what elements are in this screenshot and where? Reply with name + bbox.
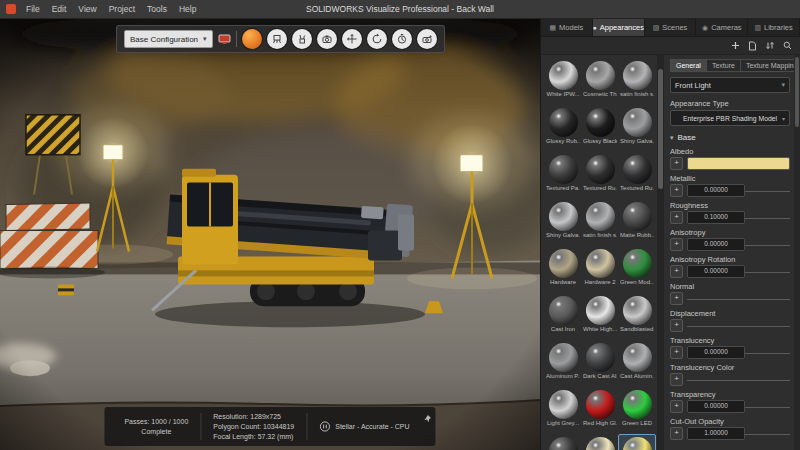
property-value[interactable]: 0.00000: [687, 238, 745, 251]
camera-icon[interactable]: [317, 29, 337, 49]
turntable-icon[interactable]: [367, 29, 387, 49]
property-value[interactable]: 0.00000: [687, 184, 745, 197]
material-item[interactable]: Glossy Rub...: [544, 105, 582, 152]
search-icon[interactable]: [783, 41, 792, 50]
add-texture-button[interactable]: +: [670, 400, 683, 413]
pause-icon[interactable]: [319, 421, 330, 433]
pin-icon[interactable]: [424, 409, 433, 427]
material-item[interactable]: Sandblasted...: [618, 293, 656, 340]
tab-texture-mapping[interactable]: Texture Mapping: [741, 59, 800, 72]
material-item[interactable]: satin finish s...: [618, 58, 656, 105]
menu-view[interactable]: View: [72, 2, 102, 16]
property-slider[interactable]: [687, 374, 790, 386]
add-texture-button[interactable]: +: [670, 265, 683, 278]
display-config-icon[interactable]: [218, 34, 231, 45]
property-slider[interactable]: 0.00000: [687, 347, 790, 359]
render-scene[interactable]: [0, 19, 540, 450]
property-value[interactable]: 0.00000: [687, 400, 745, 413]
tab-appearances[interactable]: ● Appearances: [593, 19, 645, 36]
property-slider[interactable]: 0.00000: [687, 239, 790, 251]
material-item[interactable]: Cosmetic Th...: [581, 58, 619, 105]
material-item[interactable]: White High...: [581, 293, 619, 340]
material-item[interactable]: Cast Alumin...: [618, 340, 656, 387]
properties-scrollbar[interactable]: [794, 55, 800, 450]
material-item[interactable]: Cast Iron: [544, 293, 582, 340]
property-value[interactable]: 0.10000: [687, 211, 745, 224]
property-slider[interactable]: 1.00000: [687, 428, 790, 440]
tab-cameras[interactable]: ◉ Cameras: [696, 19, 748, 36]
material-item[interactable]: Textured Pa...: [544, 152, 582, 199]
materials-scrollbar[interactable]: [657, 55, 664, 450]
property-slider[interactable]: 0.00000: [687, 266, 790, 278]
material-item[interactable]: Dark Cast Al...: [581, 340, 619, 387]
material-item[interactable]: Front Light: [618, 434, 656, 450]
property-tabs: General Texture Texture Mapping: [670, 59, 790, 72]
easel-icon[interactable]: [267, 29, 287, 49]
material-item[interactable]: Aluminum P...: [544, 340, 582, 387]
tab-scenes[interactable]: ▨ Scenes: [645, 19, 697, 36]
material-item[interactable]: Green Mod...: [618, 246, 656, 293]
add-texture-button[interactable]: +: [670, 292, 683, 305]
add-appearance-icon[interactable]: [731, 41, 740, 50]
material-item[interactable]: Matte Rubb...: [618, 199, 656, 246]
material-item[interactable]: Hardware: [544, 246, 582, 293]
property-slider[interactable]: 0.00000: [687, 185, 790, 197]
tab-texture[interactable]: Texture: [707, 59, 741, 72]
snapshot-icon[interactable]: [417, 29, 437, 49]
add-texture-button[interactable]: +: [670, 184, 683, 197]
property-slider[interactable]: [687, 293, 790, 305]
render-icon[interactable]: [242, 29, 262, 49]
sort-icon[interactable]: [765, 41, 775, 50]
material-item[interactable]: White IPW...: [544, 58, 582, 105]
material-item[interactable]: Textured Ru...: [618, 152, 656, 199]
menu-tools[interactable]: Tools: [141, 2, 173, 16]
appearance-type-dropdown[interactable]: Enterprise PBR Shading Model ▾: [670, 110, 790, 126]
menu-edit[interactable]: Edit: [46, 2, 73, 16]
material-item[interactable]: satin finish s...: [581, 199, 619, 246]
scrollbar-thumb[interactable]: [795, 57, 799, 127]
add-texture-button[interactable]: +: [670, 238, 683, 251]
material-item[interactable]: Shiny Galva...: [618, 105, 656, 152]
material-item[interactable]: Hardware 2: [581, 246, 619, 293]
property-value[interactable]: 0.00000: [687, 346, 745, 359]
material-item[interactable]: Green LED: [618, 387, 656, 434]
import-icon[interactable]: [748, 41, 757, 51]
appearance-name-dropdown[interactable]: Front Light ▾: [670, 77, 790, 93]
move-axis-icon[interactable]: [342, 29, 362, 49]
material-item[interactable]: Rear Light: [581, 434, 619, 450]
timer-icon[interactable]: [392, 29, 412, 49]
add-texture-button[interactable]: +: [670, 427, 683, 440]
material-item[interactable]: Glossy Black...: [581, 105, 619, 152]
material-sphere: [623, 249, 652, 278]
material-item[interactable]: Light Grey...: [544, 387, 582, 434]
add-texture-button[interactable]: +: [670, 373, 683, 386]
render-viewport[interactable]: Base Configuration ▾: [0, 19, 540, 450]
menu-help[interactable]: Help: [173, 2, 202, 16]
chevron-down-icon: ▾: [203, 35, 207, 43]
add-texture-button[interactable]: +: [670, 211, 683, 224]
tab-general[interactable]: General: [670, 59, 707, 72]
property-field: Roughness + 0.10000: [670, 201, 790, 224]
property-slider[interactable]: 0.00000: [687, 401, 790, 413]
color-swatch[interactable]: [687, 157, 790, 170]
tab-models[interactable]: ▦ Models: [541, 19, 593, 36]
scrollbar-thumb[interactable]: [658, 69, 663, 189]
material-item[interactable]: Drill Track C...: [544, 434, 582, 450]
base-section-header[interactable]: ▾ Base: [670, 133, 790, 142]
tab-libraries[interactable]: ▥ Libraries: [748, 19, 800, 36]
property-value[interactable]: 1.00000: [687, 427, 745, 440]
configuration-dropdown[interactable]: Base Configuration ▾: [124, 30, 213, 48]
add-texture-button[interactable]: +: [670, 157, 683, 170]
menu-file[interactable]: File: [20, 2, 46, 16]
property-field: Translucency + 0.00000: [670, 336, 790, 359]
menu-project[interactable]: Project: [103, 2, 141, 16]
property-value[interactable]: 0.00000: [687, 265, 745, 278]
material-item[interactable]: Red High Gl...: [581, 387, 619, 434]
material-item[interactable]: Shiny Galva...: [544, 199, 582, 246]
paint-tools-icon[interactable]: [292, 29, 312, 49]
add-texture-button[interactable]: +: [670, 346, 683, 359]
add-texture-button[interactable]: +: [670, 319, 683, 332]
property-slider[interactable]: [687, 320, 790, 332]
material-item[interactable]: Textured Ru...: [581, 152, 619, 199]
property-slider[interactable]: 0.10000: [687, 212, 790, 224]
